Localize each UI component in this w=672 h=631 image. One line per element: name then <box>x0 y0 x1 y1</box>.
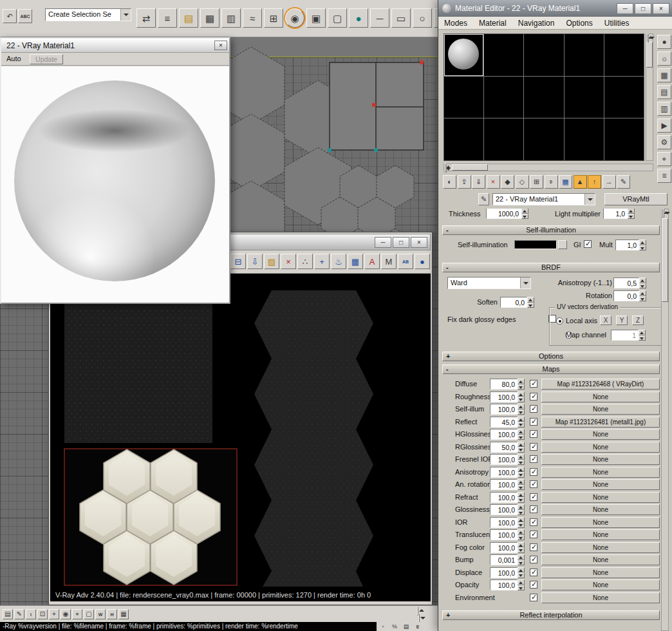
map-amount-field[interactable]: 100,0 <box>490 517 518 528</box>
material-editor-titlebar[interactable]: Material Editor - 22 - VRay Material1 ─ … <box>438 0 672 17</box>
scrollbar-thumb[interactable] <box>452 164 488 171</box>
map-amount-field[interactable]: 100,0 <box>490 542 518 553</box>
menu-item[interactable]: Utilities <box>599 17 635 29</box>
map-enable-checkbox[interactable] <box>530 556 537 563</box>
width-label[interactable]: W <box>95 609 106 619</box>
log-icon[interactable]: ✎ <box>14 609 24 619</box>
map-amount-spinner[interactable] <box>518 379 525 390</box>
axis-z-button[interactable]: Z <box>632 316 644 325</box>
map-slot-button[interactable]: None <box>541 517 660 528</box>
self-illumination-rollout-header[interactable]: - Self-illumination <box>442 225 660 235</box>
duplicate-to-host-icon[interactable]: ⊟ <box>230 254 246 269</box>
map-amount-spinner[interactable] <box>518 454 525 465</box>
sample-slot[interactable] <box>604 118 644 160</box>
map-amount-spinner[interactable] <box>518 504 525 515</box>
map-enable-checkbox[interactable] <box>530 430 537 438</box>
map-enable-checkbox[interactable] <box>530 393 537 400</box>
map-enable-checkbox[interactable] <box>530 594 537 601</box>
put-to-library-icon[interactable]: ⊞ <box>530 175 543 189</box>
map-enable-checkbox[interactable] <box>530 405 537 413</box>
auto-toggle[interactable]: Auto <box>6 55 21 62</box>
map-amount-spinner[interactable] <box>518 554 525 565</box>
map-amount-spinner[interactable] <box>518 579 525 590</box>
rollout-scrollbar[interactable] <box>661 209 669 631</box>
selection-lock-toggle-icon[interactable]: ⊡ <box>37 609 48 619</box>
local-axis-radio[interactable] <box>556 317 563 325</box>
map-amount-field[interactable]: 100,0 <box>490 404 518 415</box>
map-enable-checkbox[interactable] <box>530 480 537 488</box>
stamp-box-icon[interactable]: ▫ <box>379 623 387 630</box>
gi-checkbox[interactable] <box>584 240 592 248</box>
vfb-close-button[interactable]: × <box>411 237 427 248</box>
e-label[interactable]: E <box>414 623 422 630</box>
make-unique-icon[interactable]: ◇ <box>516 175 529 189</box>
map-channel-spinner[interactable] <box>639 330 646 341</box>
map-enable-checkbox[interactable] <box>530 380 537 388</box>
map-amount-field[interactable]: 100,0 <box>490 579 518 590</box>
map-slot-button[interactable]: Map #1123126468 ( VRayDirt) <box>541 379 660 390</box>
soften-field[interactable]: 0,0 <box>500 297 527 308</box>
self-illumination-map-button[interactable] <box>558 240 567 249</box>
sample-slot[interactable] <box>565 77 604 118</box>
pixel-information-icon[interactable]: ∴ <box>297 254 313 269</box>
light-multiplier-spinner[interactable] <box>628 209 635 219</box>
map-slot-button[interactable]: None <box>541 454 660 465</box>
region-render-icon[interactable]: + <box>314 254 330 269</box>
rendered-frame-window-icon[interactable]: ▢ <box>328 8 347 28</box>
sample-slot[interactable] <box>444 34 483 76</box>
map-enable-checkbox[interactable] <box>530 443 537 451</box>
list-icon[interactable]: ▤ <box>402 623 410 630</box>
put-material-to-scene-icon[interactable]: ⇪ <box>458 175 471 189</box>
map-amount-field[interactable]: 100,0 <box>490 492 518 503</box>
map-enable-checkbox[interactable] <box>530 518 537 526</box>
sample-uv-tiling-icon[interactable]: ▤ <box>657 85 671 99</box>
me-maximize-button[interactable]: □ <box>635 3 651 14</box>
map-enable-checkbox[interactable] <box>530 581 537 589</box>
map-slot-button[interactable]: None <box>541 579 660 590</box>
scroll-down-icon[interactable] <box>648 33 649 42</box>
map-amount-spinner[interactable] <box>518 467 525 478</box>
scroll-down-icon[interactable] <box>663 209 664 218</box>
rotation-spinner[interactable] <box>639 290 646 301</box>
sample-slot[interactable] <box>565 118 604 160</box>
curve-editor-icon[interactable]: ≈ <box>243 8 262 28</box>
map-amount-spinner[interactable] <box>518 417 525 428</box>
map-enable-checkbox[interactable] <box>530 418 537 426</box>
combo-dropdown-icon[interactable] <box>120 9 131 21</box>
mult-spinner[interactable] <box>639 240 646 250</box>
map-amount-field[interactable]: 100,0 <box>490 467 518 478</box>
maps-rollout-header[interactable]: - Maps <box>442 364 660 374</box>
get-material-icon[interactable]: ◐ <box>443 175 456 189</box>
assign-material-to-selection-icon[interactable]: ⇓ <box>472 175 485 189</box>
go-to-parent-icon[interactable]: ↑ <box>588 175 601 189</box>
select-by-material-icon[interactable]: ⌖ <box>657 152 671 166</box>
menu-item[interactable]: Material <box>473 17 512 29</box>
angle-snap-icon[interactable]: ▭ <box>391 8 411 28</box>
map-amount-spinner[interactable] <box>518 567 525 578</box>
grid-snap-status-icon[interactable]: ◉ <box>61 609 71 619</box>
render-canvas[interactable] <box>50 274 431 589</box>
sample-slot[interactable] <box>444 77 483 118</box>
vfb-maximize-button[interactable]: □ <box>393 237 409 248</box>
mult-field[interactable]: 1,0 <box>615 240 639 250</box>
render-setup-icon[interactable]: ▣ <box>306 8 326 28</box>
selection-set-combo[interactable]: Create Selection Se <box>45 8 131 21</box>
monochrome-icon[interactable]: M <box>381 254 397 269</box>
preview-close-button[interactable]: × <box>214 41 227 50</box>
slot-vertical-scrollbar[interactable] <box>646 33 653 161</box>
render-production-icon[interactable]: ● <box>349 8 368 28</box>
scrollbar-thumb[interactable] <box>646 42 653 68</box>
map-enable-checkbox[interactable] <box>530 455 537 463</box>
maxscript-mini-listener-icon[interactable]: ▤ <box>3 609 13 619</box>
map-slot-button[interactable]: Map #1123126481 (metall1.jpg) <box>541 417 660 428</box>
clear-image-icon[interactable]: × <box>281 254 296 269</box>
material-name-dropdown[interactable]: 22 - VRay Material1 <box>492 193 595 205</box>
map-slot-button[interactable]: None <box>541 554 660 565</box>
light-multiplier-field[interactable]: 1,0 <box>603 209 628 219</box>
map-slot-button[interactable]: None <box>541 467 660 478</box>
backlight-icon[interactable]: ☼ <box>657 52 671 66</box>
align-icon[interactable]: ≡ <box>158 8 177 28</box>
sample-slot[interactable] <box>604 34 644 76</box>
sample-slot[interactable] <box>524 118 563 160</box>
me-close-button[interactable]: × <box>653 3 669 14</box>
